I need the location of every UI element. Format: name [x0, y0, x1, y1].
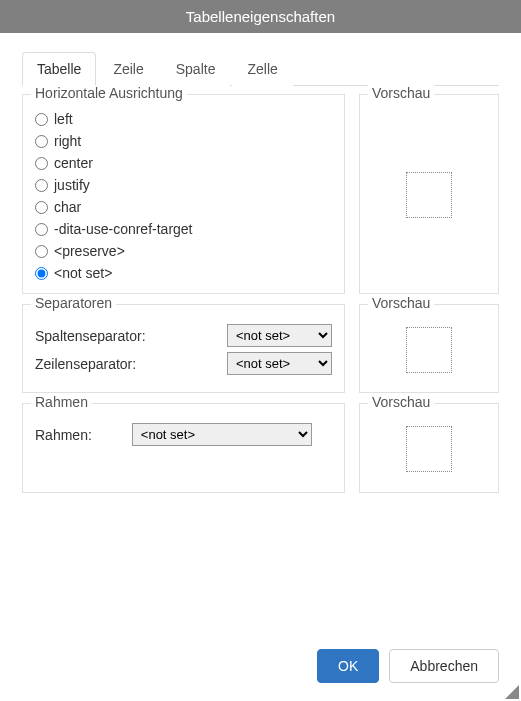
- alignment-legend: Horizontale Ausrichtung: [31, 85, 187, 101]
- align-notset-radio[interactable]: [35, 267, 48, 280]
- tab-tabelle[interactable]: Tabelle: [22, 52, 96, 86]
- frame-fieldset: Rahmen Rahmen: <not set>: [22, 403, 345, 493]
- tab-spalte[interactable]: Spalte: [161, 52, 231, 86]
- align-left-option[interactable]: left: [35, 111, 332, 127]
- alignment-preview-box: [406, 172, 452, 218]
- separators-preview-legend: Vorschau: [368, 295, 434, 311]
- align-notset-option[interactable]: <not set>: [35, 265, 332, 281]
- align-center-option[interactable]: center: [35, 155, 332, 171]
- align-dita-option[interactable]: -dita-use-conref-target: [35, 221, 332, 237]
- tab-bar: Tabelle Zeile Spalte Zelle: [22, 51, 499, 86]
- align-center-radio[interactable]: [35, 157, 48, 170]
- tab-zeile[interactable]: Zeile: [98, 52, 158, 86]
- align-char-radio[interactable]: [35, 201, 48, 214]
- separators-fieldset: Separatoren Spaltenseparator: <not set> …: [22, 304, 345, 393]
- align-left-radio[interactable]: [35, 113, 48, 126]
- align-right-label: right: [54, 133, 81, 149]
- tab-zelle[interactable]: Zelle: [232, 52, 292, 86]
- row-separator-select[interactable]: <not set>: [227, 352, 332, 375]
- align-justify-label: justify: [54, 177, 90, 193]
- align-preserve-option[interactable]: <preserve>: [35, 243, 332, 259]
- align-justify-radio[interactable]: [35, 179, 48, 192]
- align-center-label: center: [54, 155, 93, 171]
- align-left-label: left: [54, 111, 73, 127]
- cancel-button[interactable]: Abbrechen: [389, 649, 499, 683]
- align-preserve-label: <preserve>: [54, 243, 125, 259]
- align-right-radio[interactable]: [35, 135, 48, 148]
- dialog-body: Tabelle Zeile Spalte Zelle Horizontale A…: [0, 33, 521, 493]
- row-separator-label: Zeilenseparator:: [35, 356, 136, 372]
- resize-grip-icon[interactable]: [505, 685, 519, 699]
- alignment-fieldset: Horizontale Ausrichtung left right cente…: [22, 94, 345, 294]
- frame-preview-legend: Vorschau: [368, 394, 434, 410]
- align-dita-radio[interactable]: [35, 223, 48, 236]
- separators-legend: Separatoren: [31, 295, 116, 311]
- frame-preview-box: [406, 426, 452, 472]
- alignment-radio-list: left right center justify char: [35, 109, 332, 281]
- separators-preview-fieldset: Vorschau: [359, 304, 499, 393]
- align-char-label: char: [54, 199, 81, 215]
- col-separator-select[interactable]: <not set>: [227, 324, 332, 347]
- frame-label: Rahmen:: [35, 427, 92, 443]
- ok-button[interactable]: OK: [317, 649, 379, 683]
- align-preserve-radio[interactable]: [35, 245, 48, 258]
- align-justify-option[interactable]: justify: [35, 177, 332, 193]
- align-right-option[interactable]: right: [35, 133, 332, 149]
- alignment-preview-legend: Vorschau: [368, 85, 434, 101]
- frame-preview-fieldset: Vorschau: [359, 403, 499, 493]
- separators-preview-box: [406, 327, 452, 373]
- align-notset-label: <not set>: [54, 265, 112, 281]
- col-separator-label: Spaltenseparator:: [35, 328, 146, 344]
- frame-select[interactable]: <not set>: [132, 423, 312, 446]
- align-dita-label: -dita-use-conref-target: [54, 221, 193, 237]
- align-char-option[interactable]: char: [35, 199, 332, 215]
- dialog-footer: OK Abbrechen: [317, 649, 499, 683]
- frame-legend: Rahmen: [31, 394, 92, 410]
- alignment-preview-fieldset: Vorschau: [359, 94, 499, 294]
- dialog-title: Tabelleneigenschaften: [0, 0, 521, 33]
